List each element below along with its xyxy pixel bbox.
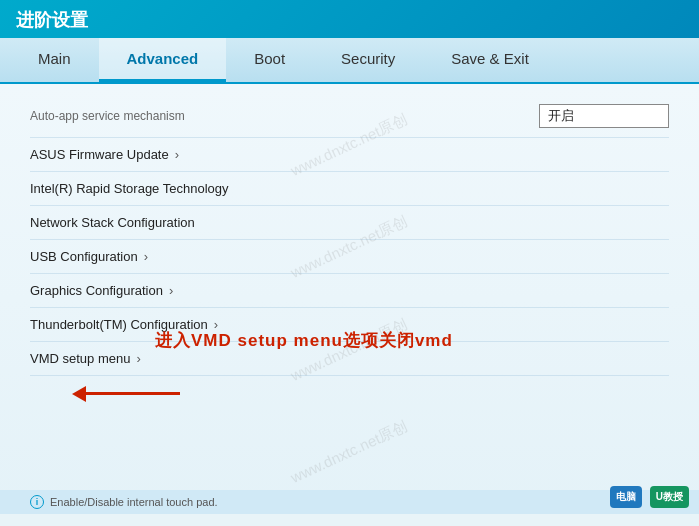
setting-label-group-usb: USB Configuration › — [30, 249, 148, 264]
setting-label-thunderbolt-config: Thunderbolt(TM) Configuration — [30, 317, 208, 332]
tab-main-label: Main — [38, 50, 71, 67]
page-title: 进阶设置 — [16, 10, 88, 30]
info-row: i Enable/Disable internal touch pad. — [0, 490, 699, 514]
tab-advanced-label: Advanced — [127, 50, 199, 67]
asus-firmware-arrow-icon: › — [175, 147, 179, 162]
setting-label-group-thunderbolt: Thunderbolt(TM) Configuration › — [30, 317, 218, 332]
setting-row-auto-app: Auto-app service mechanism 开启 — [30, 100, 669, 138]
setting-row-thunderbolt-config[interactable]: Thunderbolt(TM) Configuration › — [30, 308, 669, 342]
info-text: Enable/Disable internal touch pad. — [50, 496, 218, 508]
usb-config-arrow-icon: › — [144, 249, 148, 264]
vmd-setup-arrow-icon: › — [136, 351, 140, 366]
setting-label-intel-rst: Intel(R) Rapid Storage Technology — [30, 181, 669, 196]
setting-label-group-graphics: Graphics Configuration › — [30, 283, 173, 298]
setting-label-auto-app: Auto-app service mechanism — [30, 109, 539, 123]
graphics-config-arrow-icon: › — [169, 283, 173, 298]
tab-security[interactable]: Security — [313, 38, 423, 82]
tab-boot-label: Boot — [254, 50, 285, 67]
setting-row-vmd-setup[interactable]: VMD setup menu › — [30, 342, 669, 376]
settings-list: Auto-app service mechanism 开启 ASUS Firmw… — [0, 94, 699, 382]
logo-right: U教授 — [650, 486, 689, 508]
setting-label-usb-config: USB Configuration — [30, 249, 138, 264]
bottom-logos: 电脑 U教授 — [610, 486, 689, 508]
tab-main[interactable]: Main — [10, 38, 99, 82]
setting-row-asus-firmware[interactable]: ASUS Firmware Update › — [30, 138, 669, 172]
logo-left: 电脑 — [610, 486, 642, 508]
setting-row-graphics-config[interactable]: Graphics Configuration › — [30, 274, 669, 308]
tab-save-exit[interactable]: Save & Exit — [423, 38, 557, 82]
setting-row-network-stack: Network Stack Configuration — [30, 206, 669, 240]
tab-save-exit-label: Save & Exit — [451, 50, 529, 67]
info-icon: i — [30, 495, 44, 509]
setting-label-group-asus: ASUS Firmware Update › — [30, 147, 179, 162]
title-bar: 进阶设置 — [0, 0, 699, 38]
watermark-line-4: www.dnxtc.net原创 — [288, 417, 411, 488]
thunderbolt-config-arrow-icon: › — [214, 317, 218, 332]
nav-tabs: Main Advanced Boot Security Save & Exit — [0, 38, 699, 84]
arrow-line — [80, 392, 180, 395]
tab-security-label: Security — [341, 50, 395, 67]
setting-label-asus-firmware: ASUS Firmware Update — [30, 147, 169, 162]
setting-label-graphics-config: Graphics Configuration — [30, 283, 163, 298]
arrow-head-icon — [72, 386, 86, 402]
tab-advanced[interactable]: Advanced — [99, 38, 227, 82]
setting-label-network-stack: Network Stack Configuration — [30, 215, 669, 230]
main-content: www.dnxtc.net原创 www.dnxtc.net原创 www.dnxt… — [0, 84, 699, 514]
setting-row-intel-rst: Intel(R) Rapid Storage Technology — [30, 172, 669, 206]
setting-row-usb-config[interactable]: USB Configuration › — [30, 240, 669, 274]
setting-label-group-vmd: VMD setup menu › — [30, 351, 141, 366]
setting-value-auto-app[interactable]: 开启 — [539, 104, 669, 128]
tab-boot[interactable]: Boot — [226, 38, 313, 82]
setting-label-vmd-setup: VMD setup menu — [30, 351, 130, 366]
